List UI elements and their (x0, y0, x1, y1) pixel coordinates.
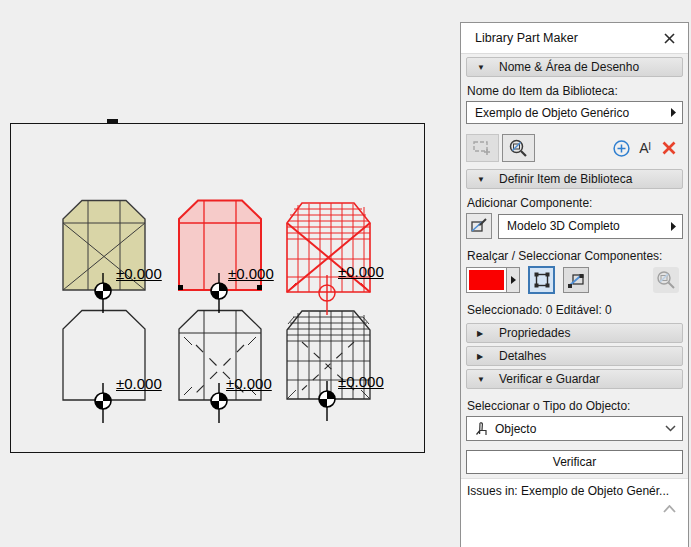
adicionar-label: Adicionar Componente: (467, 196, 683, 210)
chair-object-icon (475, 421, 489, 437)
level-label: ±0.000 (228, 265, 274, 282)
verificar-button[interactable]: Verificar (466, 450, 683, 474)
issues-item[interactable]: Issues in: Exemplo de Objeto Genér... (467, 484, 682, 498)
section-header-detalhes[interactable]: ▶ Detalhes (466, 346, 683, 366)
panel-titlebar: Library Part Maker (461, 23, 688, 54)
color-flyout-button[interactable] (507, 267, 520, 293)
close-icon (664, 33, 675, 44)
circle-plus-icon (613, 140, 630, 157)
library-part-maker-window: ±0.000 ±0.000 (0, 0, 691, 547)
highlight-select-row (466, 266, 683, 294)
level-marker[interactable] (314, 381, 340, 421)
library-part-maker-panel: Library Part Maker ▼ Nome & Área de Dese… (460, 22, 689, 547)
triangle-right-icon: ▶ (477, 352, 499, 361)
object-type-value: Objecto (495, 422, 665, 436)
chevron-up-icon[interactable] (663, 505, 676, 513)
color-swatch-frame (466, 267, 507, 293)
flyout-arrow-icon (511, 276, 516, 284)
close-button[interactable] (660, 29, 678, 47)
deselect-components-button[interactable] (563, 267, 589, 293)
flyout-arrow-icon (671, 222, 676, 231)
add-frame-icon (473, 140, 492, 156)
chevron-down-icon (665, 425, 676, 432)
object-type-combobox[interactable]: Objecto (466, 416, 683, 441)
panel-title: Library Part Maker (475, 31, 660, 45)
draw-component-icon (470, 217, 488, 235)
rename-item-button[interactable]: Aᴵ (633, 136, 657, 160)
level-marker-open[interactable] (314, 275, 340, 315)
level-label: ±0.000 (116, 375, 162, 392)
realcar-label: Realçar / Seleccionar Componentes: (467, 249, 683, 263)
nome-item-label: Nome do Item da Biblioteca: (467, 84, 683, 98)
drawing-canvas[interactable]: ±0.000 ±0.000 (0, 0, 460, 547)
section-label: Definir Item de Biblioteca (499, 172, 632, 186)
selection-status: Seleccionado: 0 Editável: 0 (467, 303, 683, 317)
deselect-icon (567, 271, 585, 289)
level-marker[interactable] (90, 383, 116, 423)
section-label: Detalhes (499, 349, 546, 363)
level-label: ±0.000 (338, 373, 384, 390)
triangle-down-icon: ▼ (477, 375, 499, 384)
triangle-down-icon: ▼ (477, 175, 499, 184)
issues-list[interactable]: Issues in: Exemplo de Objeto Genér... (461, 478, 688, 547)
highlight-color-picker[interactable] (466, 267, 520, 293)
section-label: Nome & Área de Desenho (499, 60, 639, 74)
triangle-right-icon: ▶ (477, 329, 499, 338)
level-label: ±0.000 (116, 265, 162, 282)
section-header-propriedades[interactable]: ▶ Propriedades (466, 323, 683, 343)
level-marker[interactable] (90, 273, 116, 313)
marquee-select-icon (533, 271, 551, 289)
frame-top-marker (107, 119, 118, 124)
component-type-value: Modelo 3D Completo (507, 219, 671, 233)
component-type-dropdown[interactable]: Modelo 3D Completo (498, 214, 683, 239)
section-label: Propriedades (499, 326, 570, 340)
triangle-down-icon: ▼ (477, 63, 499, 72)
nome-item-dropdown[interactable]: Exemplo de Objeto Genérico (466, 101, 683, 124)
section-header-nome-area[interactable]: ▼ Nome & Área de Desenho (466, 57, 683, 77)
zoom-selection-icon (656, 270, 676, 290)
delete-x-icon (662, 141, 676, 155)
drawing-toolbar: Aᴵ (466, 134, 683, 162)
zoom-to-frame-button[interactable] (502, 134, 535, 162)
level-label: ±0.000 (338, 263, 384, 280)
delete-item-button[interactable] (657, 136, 681, 160)
tipo-label: Seleccionar o Tipo do Objecto: (467, 399, 683, 413)
pick-component-button[interactable] (466, 213, 492, 239)
text-edit-icon: Aᴵ (639, 140, 651, 156)
section-header-definir[interactable]: ▼ Definir Item de Biblioteca (466, 169, 683, 189)
add-component-row: Modelo 3D Completo (466, 213, 683, 239)
select-components-button[interactable] (528, 266, 555, 294)
flyout-arrow-icon (671, 108, 676, 117)
add-drawing-frame-button[interactable] (466, 134, 499, 162)
section-header-verificar[interactable]: ▼ Verificar e Guardar (466, 369, 683, 389)
section-label: Verificar e Guardar (499, 372, 600, 386)
add-item-button[interactable] (609, 136, 633, 160)
level-label: ±0.000 (226, 375, 272, 392)
zoom-to-selection-button[interactable] (653, 267, 679, 293)
highlight-color-swatch (469, 270, 504, 290)
zoom-frame-icon (509, 139, 528, 158)
nome-item-value: Exemplo de Objeto Genérico (475, 106, 671, 120)
